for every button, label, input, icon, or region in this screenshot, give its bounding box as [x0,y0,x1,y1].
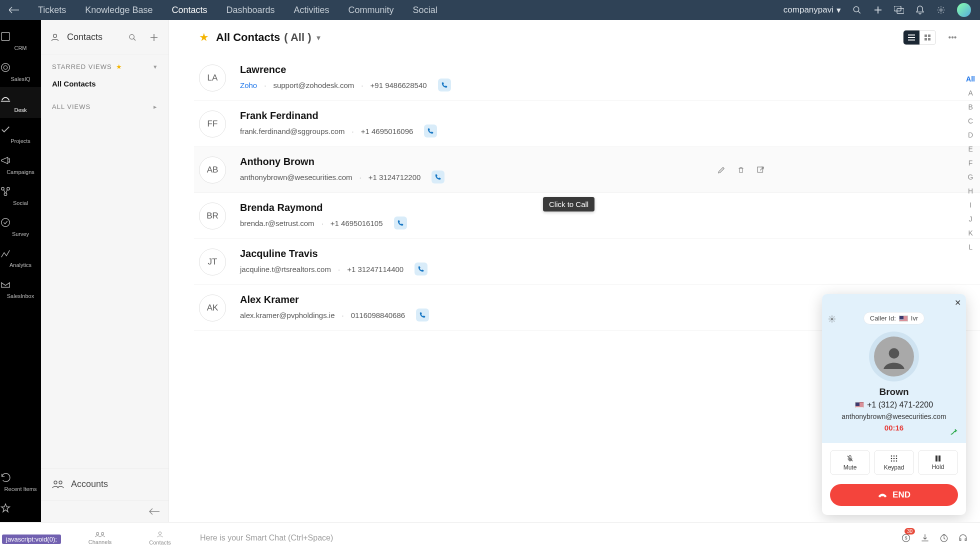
alpha-letter[interactable]: K [968,229,972,237]
chat-icon[interactable] [894,5,904,15]
mute-button[interactable]: Mute [830,450,870,475]
contact-email[interactable]: frank.ferdinand@sggroups.com [240,127,345,136]
us-flag-icon [855,402,864,408]
alpha-letter[interactable]: C [968,117,973,125]
contact-name[interactable]: Anthony Brown [240,156,444,168]
clock-icon[interactable] [939,533,949,543]
alpha-letter[interactable]: A [968,89,972,97]
list-view-icon[interactable] [904,30,920,44]
call-button[interactable] [438,78,451,92]
channels-label: Channels [70,539,130,545]
apprail-campaigns[interactable]: Campaigns [0,149,41,180]
back-icon[interactable] [9,5,19,15]
alpha-letter[interactable]: J [969,215,972,223]
alpha-letter[interactable]: B [968,103,972,111]
tab-community[interactable]: Community [348,5,394,16]
more-icon[interactable]: ••• [945,30,960,45]
alpha-letter[interactable]: All [966,75,975,83]
contact-email[interactable]: jacquline.t@rtsrealtors.com [240,265,331,274]
alpha-letter[interactable]: F [968,159,973,167]
delete-icon[interactable] [737,166,745,174]
svg-point-7 [4,66,7,69]
apprail-favorites[interactable] [0,497,41,522]
apprail-desk[interactable]: Desk [0,87,41,118]
sidebar-collapse[interactable] [41,500,168,522]
contact-email[interactable]: brenda.r@setrust.com [240,219,314,228]
contact-row[interactable]: JTJacquline Travisjacquline.t@rtsrealtor… [194,239,980,285]
open-external-icon[interactable] [756,166,765,174]
apprail-salesiq[interactable]: SalesIQ [0,56,41,87]
contact-name[interactable]: Alex Kramer [240,294,429,306]
star-icon[interactable]: ★ [199,31,209,44]
view-all-contacts[interactable]: All Contacts [41,74,168,94]
contact-row[interactable]: LALawrenceZoho · support@zohodesk.com · … [194,55,980,101]
gear-icon[interactable] [828,315,836,323]
alpha-letter[interactable]: L [968,243,972,251]
call-button[interactable] [424,124,437,138]
bell-icon[interactable] [915,5,925,15]
sidebar-accounts[interactable]: Accounts [41,468,168,500]
alpha-letter[interactable]: G [968,173,974,181]
contact-name[interactable]: Brenda Raymond [240,202,407,214]
apprail-crm[interactable]: CRM [0,25,41,56]
tab-social[interactable]: Social [413,5,438,16]
apprail-social[interactable]: Social [0,180,41,211]
contact-row[interactable]: FFFrank Ferdinandfrank.ferdinand@sggroup… [194,101,980,147]
contact-name[interactable]: Lawrence [240,64,451,76]
search-icon[interactable] [128,34,136,42]
hold-button[interactable]: Hold [918,450,958,475]
call-button[interactable] [414,262,428,276]
call-button[interactable] [416,308,429,322]
contact-name[interactable]: Jacquline Travis [240,248,428,260]
tab-dashboards[interactable]: Dashboards [226,5,275,16]
view-dropdown-icon[interactable]: ▾ [316,33,320,42]
contact-email[interactable]: anthonybrown@wesecurities.com [240,173,352,182]
contact-email[interactable]: alex.kramer@pvpholdings.ie [240,311,335,320]
contact-email[interactable]: support@zohodesk.com [273,81,354,90]
alpha-letter[interactable]: E [968,145,972,153]
search-icon[interactable] [852,5,862,15]
contact-name[interactable]: Frank Ferdinand [240,110,437,122]
call-button[interactable] [394,216,407,230]
contact-phone: +1 4695016105 [330,219,383,228]
call-button[interactable] [432,170,444,184]
user-avatar[interactable] [957,3,971,17]
apprail-projects[interactable]: Projects [0,118,41,149]
transfer-icon[interactable] [949,427,960,438]
apprail-analytics[interactable]: Analytics [0,242,41,273]
smart-chat-input[interactable]: Here is your Smart Chat (Ctrl+Space) [190,534,889,542]
tab-activities[interactable]: Activities [294,5,330,16]
tab-knowledge-base[interactable]: Knowledge Base [85,5,152,16]
keypad-button[interactable]: Keypad [874,450,914,475]
alpha-letter[interactable]: D [968,131,973,139]
credits-icon[interactable]: $30 [901,533,911,543]
grid-view-icon[interactable] [920,30,936,44]
contacts-list: LALawrenceZoho · support@zohodesk.com · … [169,55,980,331]
bottom-tab-channels[interactable]: Channels [70,531,130,545]
alpha-letter[interactable]: I [970,201,972,209]
add-icon[interactable] [873,5,883,15]
contact-org[interactable]: Zoho [240,81,257,90]
tab-tickets[interactable]: Tickets [38,5,66,16]
edit-icon[interactable] [717,166,726,174]
gear-icon[interactable] [936,5,946,15]
apprail-recent-items[interactable]: Recent Items [0,466,41,497]
add-icon[interactable] [150,34,158,41]
apprail-salesinbox[interactable]: SalesInbox [0,273,41,304]
starred-views-header[interactable]: STARRED VIEWS ★ ▾ [41,55,168,74]
contact-row[interactable]: ABAnthony Brownanthonybrown@wesecurities… [194,147,980,193]
apprail-label: Survey [0,231,41,237]
download-icon[interactable] [920,533,930,543]
apprail-survey[interactable]: Survey [0,211,41,242]
end-call-button[interactable]: END [830,484,958,506]
chevron-right-icon[interactable]: ▸ [154,103,158,110]
org-switcher[interactable]: companypavi▾ [784,5,841,16]
bottom-tab-contacts[interactable]: Contacts [130,530,190,546]
headset-icon[interactable] [958,533,968,543]
tab-contacts[interactable]: Contacts [172,5,207,16]
chevron-down-icon[interactable]: ▾ [154,63,158,70]
alpha-letter[interactable]: H [968,187,973,195]
caller-id-chip[interactable]: Caller Id: Ivr [864,312,924,324]
close-icon[interactable]: ✕ [954,298,961,308]
all-views-header[interactable]: ALL VIEWS ▸ [41,94,168,120]
